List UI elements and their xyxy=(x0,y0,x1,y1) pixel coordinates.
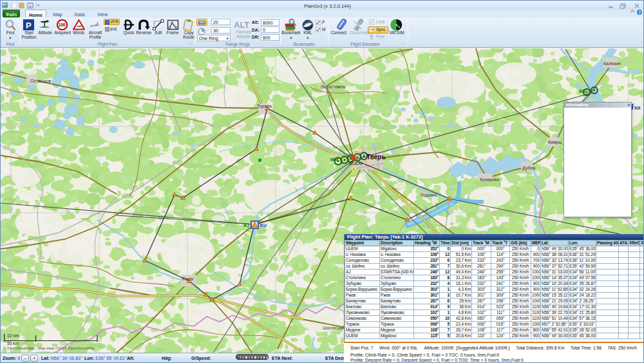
svg-text:Калязин: Калязин xyxy=(603,61,621,66)
svg-text:P: P xyxy=(26,21,32,30)
svg-text:NX: NX xyxy=(634,106,641,110)
svg-text:100: 100 xyxy=(59,23,66,27)
svg-text:Редкино: Редкино xyxy=(421,193,437,198)
svg-text:Ржев: Ржев xyxy=(182,277,193,281)
svg-text:Шаховская: Шаховская xyxy=(323,326,345,330)
svg-text:AJ: AJ xyxy=(243,223,249,228)
svg-text:50 km: 50 km xyxy=(7,341,19,346)
svg-text:10 nm: 10 nm xyxy=(7,333,19,338)
svg-text:Осташков: Осташков xyxy=(30,79,52,83)
svg-text:Конаково: Конаково xyxy=(480,177,499,182)
svg-text:Кимры: Кимры xyxy=(548,140,562,145)
svg-text:Дубна: Дубна xyxy=(522,166,535,171)
svg-text:Торжок: Торжок xyxy=(257,104,272,109)
svg-text:MW: MW xyxy=(330,157,339,162)
svg-text:UUEM: UUEM xyxy=(349,161,363,166)
svg-text:BD: BD xyxy=(579,89,585,93)
svg-text:© OpenStreetMap - Map data ©20: © OpenStreetMap - Map data ©2018 OpenStr… xyxy=(3,346,95,350)
svg-text:?: ? xyxy=(638,10,641,15)
svg-text:Лихославль: Лихославль xyxy=(321,84,346,89)
svg-text:Тверь: Тверь xyxy=(366,153,386,161)
svg-text:KU: KU xyxy=(260,223,267,228)
